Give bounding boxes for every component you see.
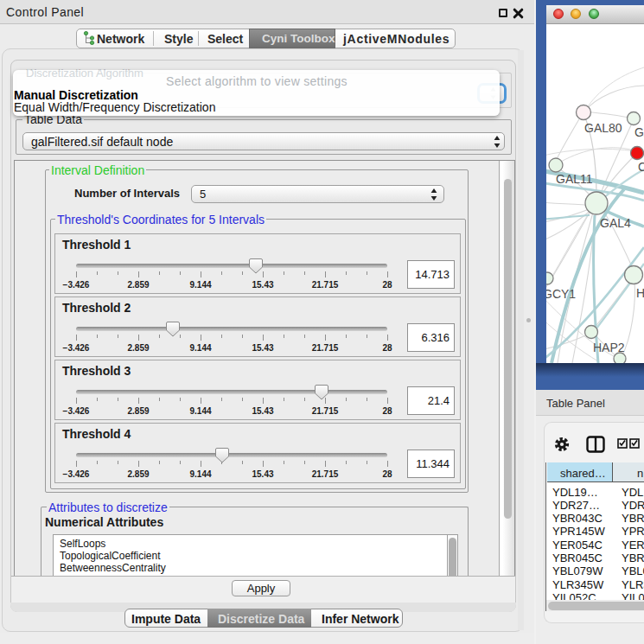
svg-text:C: C	[638, 160, 644, 174]
svg-text:H: H	[636, 286, 644, 300]
svg-text:GCY1: GCY1	[546, 287, 576, 301]
svg-text:GA: GA	[634, 125, 644, 139]
svg-text:GAL80: GAL80	[584, 121, 622, 135]
svg-text:GAL11: GAL11	[556, 172, 593, 186]
svg-text:HAP2: HAP2	[593, 341, 625, 354]
svg-text:GAL4: GAL4	[600, 216, 631, 230]
